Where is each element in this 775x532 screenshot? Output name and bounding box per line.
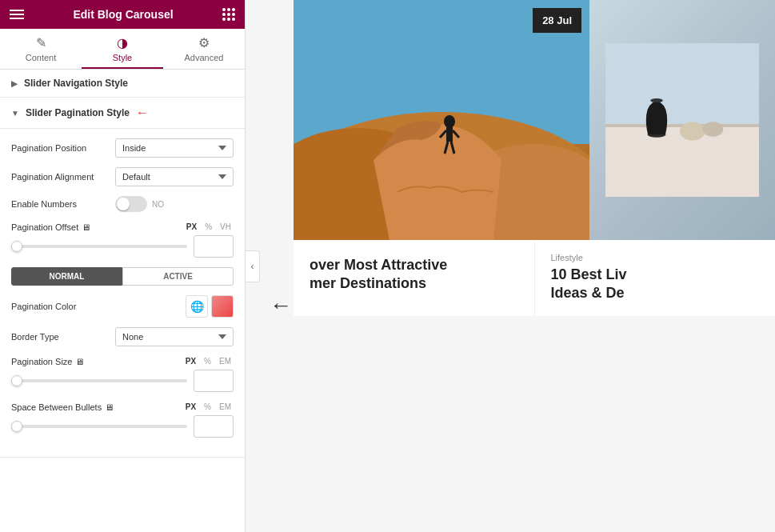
pagination-size-unit-pct[interactable]: % xyxy=(202,356,214,366)
advanced-icon: ⚙ xyxy=(198,35,210,50)
panel-content: ▶ Slider Navigation Style ▼ Slider Pagin… xyxy=(0,70,245,532)
back-arrow[interactable]: ← xyxy=(270,293,292,318)
pagination-alignment-select[interactable]: Default Left Center Right xyxy=(115,167,234,186)
pagination-section-body: Pagination Position Inside Outside Pagin… xyxy=(0,129,245,458)
space-bullets-unit-pct[interactable]: % xyxy=(202,402,214,412)
pagination-size-unit-em[interactable]: EM xyxy=(217,356,234,366)
pagination-size-number[interactable] xyxy=(194,370,234,392)
pagination-offset-slider[interactable] xyxy=(11,245,187,248)
enable-numbers-toggle-label: NO xyxy=(152,200,164,209)
svg-point-4 xyxy=(444,115,455,128)
pagination-offset-unit-px[interactable]: PX xyxy=(184,222,199,232)
border-type-control: None Solid Dashed Dotted xyxy=(115,327,234,346)
slider-pagination-section-header[interactable]: ▼ Slider Pagination Style ← xyxy=(0,98,245,129)
pagination-offset-monitor-icon: 🖥 xyxy=(82,222,90,232)
space-bullets-unit-em[interactable]: EM xyxy=(217,402,234,412)
pagination-color-row: Pagination Color 🌐 xyxy=(11,295,234,318)
pagination-size-slider[interactable] xyxy=(11,379,187,382)
pagination-offset-units: PX % VH xyxy=(184,222,234,232)
tab-content[interactable]: ✎ Content xyxy=(0,29,82,69)
blog-text-row: over Most Attractive mer Destinations Li… xyxy=(294,240,775,316)
space-bullets-number[interactable] xyxy=(194,415,234,438)
slider-pagination-label: Slider Pagination Style xyxy=(26,107,130,118)
pagination-offset-unit-pct[interactable]: % xyxy=(202,222,214,232)
carousel-main-image: 28 Jul xyxy=(294,0,589,240)
pagination-color-globe-swatch[interactable]: 🌐 xyxy=(186,295,208,318)
tab-advanced-label: Advanced xyxy=(185,53,224,62)
tab-content-label: Content xyxy=(26,53,57,62)
enable-numbers-toggle-container: NO xyxy=(115,196,234,212)
pagination-color-label: Pagination Color xyxy=(11,302,186,311)
space-bullets-units: PX % EM xyxy=(183,402,234,412)
style-icon: ◑ xyxy=(117,35,128,50)
pagination-size-monitor-icon: 🖥 xyxy=(75,357,84,366)
slider-nav-label: Slider Navigation Style xyxy=(24,78,128,89)
pagination-size-units: PX % EM xyxy=(183,356,234,366)
border-type-label: Border Type xyxy=(11,332,115,342)
pagination-size-unit-row: Pagination Size 🖥 PX % EM xyxy=(11,356,234,366)
enable-numbers-control: NO xyxy=(115,196,234,212)
pagination-position-row: Pagination Position Inside Outside xyxy=(11,138,234,158)
pagination-collapse-arrow: ▼ xyxy=(11,109,19,118)
panel-tabs: ✎ Content ◑ Style ⚙ Advanced xyxy=(0,29,245,70)
vase-svg xyxy=(605,16,759,224)
state-tab-active[interactable]: ACTIVE xyxy=(122,267,234,286)
tab-style-label: Style xyxy=(113,53,132,62)
space-bullets-slider[interactable] xyxy=(11,425,187,428)
pagination-color-gradient-swatch[interactable] xyxy=(211,295,234,318)
border-type-row: Border Type None Solid Dashed Dotted xyxy=(11,327,234,346)
panel-header: Edit Blog Carousel xyxy=(0,0,245,29)
collapse-handle[interactable]: ‹ xyxy=(246,250,260,282)
pagination-alignment-label: Pagination Alignment xyxy=(11,172,115,182)
rocks-svg xyxy=(294,0,589,240)
svg-point-16 xyxy=(703,122,724,137)
enable-numbers-toggle[interactable] xyxy=(115,196,147,212)
blog-title-2: 10 Best Liv Ideas & De xyxy=(551,266,760,303)
space-bullets-slider-row xyxy=(11,415,234,438)
tab-advanced[interactable]: ⚙ Advanced xyxy=(163,29,245,69)
pagination-position-control: Inside Outside xyxy=(115,138,234,158)
space-bullets-unit-px[interactable]: PX xyxy=(183,402,198,412)
preview-area: ‹ ← 28 Jul xyxy=(246,0,775,532)
blog-category-2: Lifestyle xyxy=(551,253,760,262)
slider-nav-section-header[interactable]: ▶ Slider Navigation Style xyxy=(0,70,245,98)
svg-rect-5 xyxy=(446,127,453,142)
carousel-images: 28 Jul xyxy=(294,0,775,240)
pagination-alignment-row: Pagination Alignment Default Left Center… xyxy=(11,167,234,186)
pagination-offset-number[interactable] xyxy=(194,235,234,258)
space-bullets-label: Space Between Bullets 🖥 xyxy=(11,402,115,412)
enable-numbers-row: Enable Numbers NO xyxy=(11,196,234,212)
grid-icon[interactable] xyxy=(222,8,235,21)
left-panel: Edit Blog Carousel ✎ Content ◑ Style ⚙ A… xyxy=(0,0,246,532)
carousel-second-image xyxy=(589,0,775,240)
pagination-position-select[interactable]: Inside Outside xyxy=(115,138,234,158)
svg-point-14 xyxy=(650,98,662,102)
pagination-offset-label: Pagination Offset 🖥 xyxy=(11,222,115,232)
blog-card-2: Lifestyle 10 Best Liv Ideas & De xyxy=(534,240,776,316)
space-bullets-unit-row: Space Between Bullets 🖥 PX % EM xyxy=(11,402,234,412)
space-bullets-monitor-icon: 🖥 xyxy=(105,402,114,412)
pagination-offset-unit-vh[interactable]: VH xyxy=(218,222,234,232)
state-tab-normal[interactable]: NORMAL xyxy=(11,267,122,286)
enable-numbers-label: Enable Numbers xyxy=(11,199,115,209)
pagination-size-label: Pagination Size 🖥 xyxy=(11,357,115,366)
panel-title: Edit Blog Carousel xyxy=(73,8,173,21)
pagination-position-label: Pagination Position xyxy=(11,143,115,153)
nav-collapse-arrow: ▶ xyxy=(11,79,18,88)
pagination-offset-slider-row xyxy=(11,235,234,258)
content-icon: ✎ xyxy=(36,35,46,50)
blog-carousel-preview: 28 Jul xyxy=(294,0,775,532)
border-type-select[interactable]: None Solid Dashed Dotted xyxy=(115,327,234,346)
pagination-alignment-control: Default Left Center Right xyxy=(115,167,234,186)
state-tabs: NORMAL ACTIVE xyxy=(11,267,234,286)
blog-title-1: over Most Attractive mer Destinations xyxy=(310,256,518,294)
date-badge: 28 Jul xyxy=(533,8,581,33)
pagination-offset-unit-row: Pagination Offset 🖥 PX % VH xyxy=(11,222,234,232)
pagination-size-unit-px[interactable]: PX xyxy=(183,356,198,366)
blog-card-1: over Most Attractive mer Destinations xyxy=(294,240,534,316)
svg-point-15 xyxy=(680,122,705,141)
hamburger-icon[interactable] xyxy=(10,10,24,19)
pagination-size-slider-row xyxy=(11,370,234,392)
pagination-color-swatches: 🌐 xyxy=(186,295,234,318)
tab-style[interactable]: ◑ Style xyxy=(82,29,163,69)
